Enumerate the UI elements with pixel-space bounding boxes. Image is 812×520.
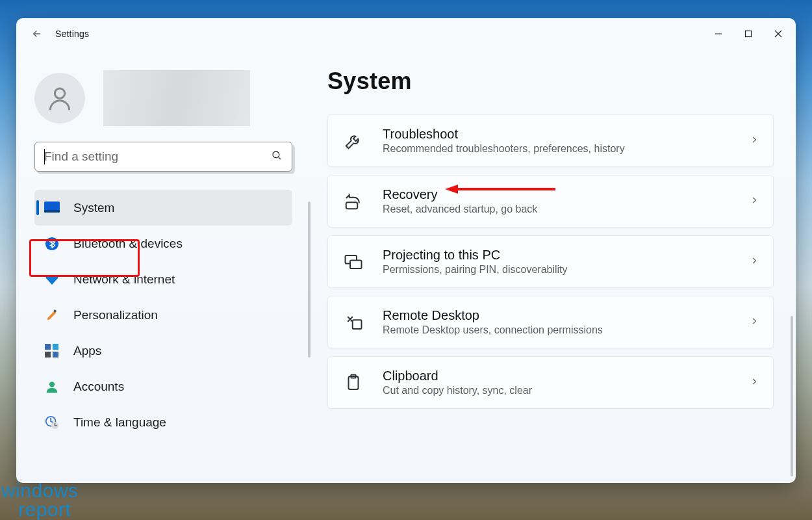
- sidebar-item-label: Time & language: [73, 415, 166, 430]
- titlebar: Settings: [16, 18, 796, 49]
- window-title: Settings: [55, 29, 89, 39]
- card-subtitle: Reset, advanced startup, go back: [383, 203, 731, 215]
- sidebar-item-apps[interactable]: Apps: [34, 333, 292, 369]
- card-troubleshoot[interactable]: Troubleshoot Recommended troubleshooters…: [327, 114, 774, 167]
- user-name-redacted: [103, 70, 250, 126]
- sidebar-item-bluetooth[interactable]: Bluetooth & devices: [34, 226, 292, 261]
- sidebar-item-label: Bluetooth & devices: [73, 237, 183, 251]
- system-icon: [44, 200, 60, 216]
- card-projecting[interactable]: Projecting to this PC Permissions, pairi…: [327, 235, 774, 288]
- watermark-line2: report: [1, 500, 79, 519]
- bluetooth-icon: [44, 235, 60, 252]
- apps-icon: [44, 343, 60, 359]
- wifi-icon: [44, 271, 60, 288]
- card-title: Remote Desktop: [383, 308, 731, 323]
- search-input[interactable]: [44, 150, 263, 164]
- clipboard-icon: [342, 372, 364, 394]
- sidebar-item-label: Apps: [73, 344, 101, 358]
- chevron-right-icon: [750, 256, 759, 268]
- card-title: Clipboard: [383, 369, 731, 384]
- settings-cards: Troubleshoot Recommended troubleshooters…: [327, 114, 774, 409]
- minimize-button[interactable]: [704, 21, 733, 47]
- svg-rect-18: [346, 202, 358, 209]
- sidebar-item-personalization[interactable]: Personalization: [34, 297, 292, 333]
- page-title: System: [327, 68, 774, 95]
- chevron-right-icon: [750, 135, 759, 147]
- brush-icon: [44, 307, 60, 324]
- card-recovery[interactable]: Recovery Reset, advanced startup, go bac…: [327, 175, 774, 228]
- watermark: windows report: [1, 482, 79, 519]
- remote-desktop-icon: [342, 311, 364, 333]
- close-button[interactable]: [763, 21, 793, 47]
- main-scrollbar[interactable]: [791, 316, 793, 476]
- search-icon: [271, 150, 283, 164]
- card-subtitle: Cut and copy history, sync, clear: [383, 385, 731, 396]
- avatar: [34, 73, 85, 124]
- nav-list: System Bluetooth & devices Network & int…: [34, 190, 307, 440]
- svg-rect-22: [350, 260, 362, 268]
- sidebar-item-label: Network & internet: [73, 272, 175, 287]
- card-clipboard[interactable]: Clipboard Cut and copy history, sync, cl…: [327, 356, 774, 409]
- chevron-right-icon: [750, 317, 759, 328]
- maximize-button[interactable]: [733, 21, 763, 47]
- svg-rect-23: [353, 320, 362, 329]
- sidebar-item-accounts[interactable]: Accounts: [34, 369, 292, 404]
- card-title: Troubleshoot: [383, 127, 731, 142]
- watermark-line1: windows: [1, 482, 79, 500]
- settings-window: Settings: [16, 18, 796, 483]
- svg-rect-1: [746, 31, 752, 37]
- sidebar-item-label: Accounts: [73, 380, 124, 394]
- chevron-right-icon: [750, 196, 759, 207]
- svg-line-6: [278, 157, 281, 159]
- svg-rect-14: [53, 352, 58, 358]
- clock-globe-icon: [44, 414, 60, 431]
- card-subtitle: Remote Desktop users, connection permiss…: [383, 324, 731, 336]
- main-pane: System Troubleshoot Recommended troubles…: [312, 49, 796, 483]
- card-remote-desktop[interactable]: Remote Desktop Remote Desktop users, con…: [327, 296, 774, 348]
- svg-point-4: [55, 88, 64, 98]
- sidebar-item-system[interactable]: System: [34, 190, 292, 226]
- projecting-icon: [342, 251, 364, 273]
- svg-point-15: [49, 382, 55, 387]
- sidebar-scrollbar[interactable]: [308, 202, 311, 358]
- search-box[interactable]: [34, 142, 292, 172]
- svg-rect-8: [44, 210, 60, 213]
- back-button[interactable]: [24, 21, 50, 47]
- recovery-icon: [342, 190, 364, 213]
- card-subtitle: Permissions, pairing PIN, discoverabilit…: [383, 264, 731, 276]
- card-title: Recovery: [383, 187, 731, 202]
- sidebar: System Bluetooth & devices Network & int…: [16, 49, 312, 483]
- card-subtitle: Recommended troubleshooters, preferences…: [383, 143, 731, 155]
- sidebar-item-time-language[interactable]: Time & language: [34, 404, 292, 440]
- svg-rect-11: [45, 344, 51, 350]
- profile-block[interactable]: [34, 62, 307, 142]
- wrench-icon: [342, 130, 364, 152]
- svg-rect-12: [53, 344, 58, 350]
- card-title: Projecting to this PC: [383, 248, 731, 263]
- person-icon: [44, 378, 60, 395]
- chevron-right-icon: [750, 377, 759, 389]
- sidebar-item-label: System: [73, 201, 114, 215]
- sidebar-item-label: Personalization: [73, 308, 158, 322]
- sidebar-item-network[interactable]: Network & internet: [34, 261, 292, 297]
- window-controls: [704, 21, 793, 47]
- svg-point-5: [273, 151, 279, 158]
- svg-rect-13: [45, 352, 51, 358]
